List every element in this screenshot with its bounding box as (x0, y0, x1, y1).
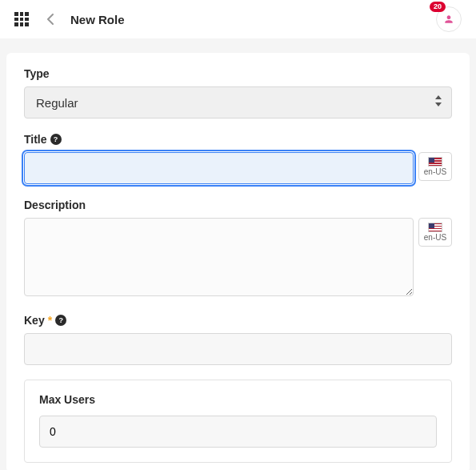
help-icon[interactable]: ? (50, 134, 62, 145)
key-field: Key * ? (24, 314, 452, 365)
description-locale-selector[interactable]: en-US (418, 218, 452, 247)
page-title: New Role (70, 13, 125, 26)
max-users-label: Max Users (39, 393, 437, 406)
us-flag-icon (428, 157, 442, 167)
type-select[interactable] (24, 86, 452, 119)
description-textarea[interactable] (24, 218, 414, 296)
description-locale-text: en-US (421, 234, 450, 242)
key-label: Key (24, 314, 45, 327)
us-flag-icon (428, 223, 442, 232)
title-label: Title (24, 133, 47, 146)
title-field: Title ? en-US (24, 133, 452, 184)
notification-badge[interactable]: 20 (430, 2, 446, 12)
description-label: Description (24, 199, 452, 211)
content-area: Type Title ? en-US (0, 38, 476, 470)
form-card: Type Title ? en-US (6, 53, 470, 470)
back-icon[interactable] (42, 11, 58, 27)
title-locale-text: en-US (421, 168, 450, 176)
title-locale-selector[interactable]: en-US (418, 152, 452, 181)
header-right: 20 (436, 6, 462, 32)
title-input[interactable] (24, 152, 414, 184)
type-field: Type (24, 67, 452, 119)
help-icon[interactable]: ? (55, 315, 66, 326)
max-users-card: Max Users (24, 380, 452, 463)
user-icon (443, 14, 454, 25)
apps-icon[interactable] (14, 12, 29, 26)
max-users-input[interactable] (39, 416, 437, 448)
key-input[interactable] (24, 333, 452, 365)
type-label: Type (24, 67, 452, 80)
description-field: Description en-US (24, 199, 452, 299)
header-left: New Role (14, 11, 125, 27)
header: New Role 20 (0, 0, 476, 38)
required-marker: * (48, 314, 52, 327)
